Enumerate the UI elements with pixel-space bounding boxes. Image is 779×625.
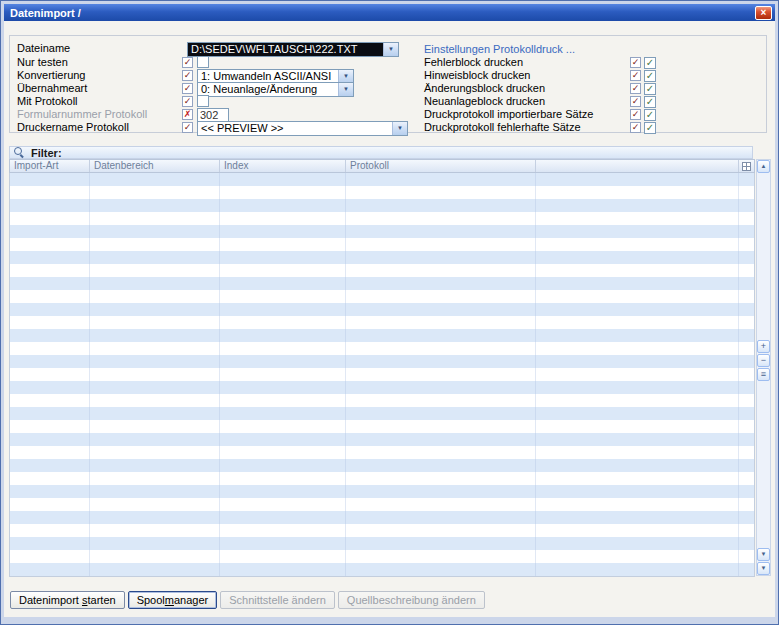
mit-protokoll-checkbox[interactable]: [197, 95, 209, 107]
table-row[interactable]: [10, 433, 754, 446]
table-row[interactable]: [10, 238, 754, 251]
table-row[interactable]: [10, 186, 754, 199]
table-row[interactable]: [10, 407, 754, 420]
vertical-scrollbar[interactable]: ▲ + − ≡ ▼ ▼: [756, 159, 771, 576]
field-marker-icon[interactable]: ✗: [182, 109, 193, 120]
field-marker-icon[interactable]: ✓: [182, 96, 193, 107]
table-cell: [739, 264, 754, 277]
table-row[interactable]: [10, 446, 754, 459]
table-row[interactable]: [10, 472, 754, 485]
fehlerblock-checkbox[interactable]: ✓: [644, 57, 656, 69]
column-header-import-art[interactable]: Import-Art: [10, 160, 90, 172]
scroll-down-button[interactable]: ▼: [757, 548, 770, 561]
field-marker-icon[interactable]: ✓: [182, 57, 193, 68]
table-cell: [220, 251, 346, 264]
spoolmanager-button[interactable]: Spoolmanager: [128, 591, 218, 609]
table-row[interactable]: [10, 381, 754, 394]
protokolldruck-row: Druckprotokoll importierbare Sätze ✓ ✓: [424, 108, 656, 121]
table-row[interactable]: [10, 550, 754, 563]
table-body[interactable]: [9, 173, 755, 577]
dateiname-dropdown-button[interactable]: ▼: [383, 43, 398, 56]
close-button[interactable]: ×: [755, 6, 772, 20]
list-options-button[interactable]: ≡: [757, 368, 770, 381]
table-cell: [346, 173, 536, 186]
table-cell: [346, 511, 536, 524]
table-row[interactable]: [10, 511, 754, 524]
column-header-datenbereich[interactable]: Datenbereich: [90, 160, 220, 172]
table-row[interactable]: [10, 459, 754, 472]
dateiname-combobox[interactable]: D:\SEDEV\WFLTAUSCH\222.TXT ▼: [187, 42, 399, 57]
table-cell: [536, 290, 739, 303]
table-cell: [220, 264, 346, 277]
table-row[interactable]: [10, 290, 754, 303]
table-cell: [10, 290, 90, 303]
field-marker-icon[interactable]: ✓: [182, 70, 193, 81]
table-cell: [90, 524, 220, 537]
table-cell: [346, 212, 536, 225]
table-row[interactable]: [10, 277, 754, 290]
table-cell: [536, 550, 739, 563]
druckername-dropdown-button[interactable]: ▼: [392, 122, 407, 135]
protokolldruck-section: Einstellungen Protokolldruck ... Fehlerb…: [414, 36, 664, 132]
table-row[interactable]: [10, 251, 754, 264]
field-marker-icon[interactable]: ✓: [630, 96, 641, 107]
column-chooser-button[interactable]: [739, 160, 754, 172]
field-marker-icon[interactable]: ✓: [630, 83, 641, 94]
table-row[interactable]: [10, 563, 754, 576]
table-row[interactable]: [10, 498, 754, 511]
fehlerhafte-saetze-checkbox[interactable]: ✓: [644, 122, 656, 134]
table-row[interactable]: [10, 420, 754, 433]
nur-testen-checkbox[interactable]: [197, 56, 209, 68]
scroll-end-button[interactable]: ▼: [757, 562, 770, 575]
table-row[interactable]: [10, 316, 754, 329]
table-row[interactable]: [10, 394, 754, 407]
table-cell: [220, 433, 346, 446]
table-cell: [90, 212, 220, 225]
table-row[interactable]: [10, 368, 754, 381]
filter-bar[interactable]: Filter:: [9, 146, 753, 159]
table-row[interactable]: [10, 173, 754, 186]
table-cell: [739, 420, 754, 433]
check-icon: ✓: [646, 122, 654, 133]
table-row[interactable]: [10, 355, 754, 368]
neuanlageblock-checkbox[interactable]: ✓: [644, 96, 656, 108]
hinweisblock-checkbox[interactable]: ✓: [644, 70, 656, 82]
druckername-combobox[interactable]: << PREVIEW >> ▼: [197, 121, 408, 136]
column-header-index[interactable]: Index: [220, 160, 346, 172]
table-cell: [739, 303, 754, 316]
field-marker-icon[interactable]: ✓: [182, 122, 193, 133]
column-header-protokoll[interactable]: Protokoll: [346, 160, 536, 172]
table-cell: [739, 277, 754, 290]
table-row[interactable]: [10, 212, 754, 225]
column-header-empty[interactable]: [536, 160, 739, 172]
table-row[interactable]: [10, 329, 754, 342]
table-row[interactable]: [10, 524, 754, 537]
formularnummer-label: Formularnummer Protokoll: [17, 108, 147, 121]
importierbare-saetze-checkbox[interactable]: ✓: [644, 109, 656, 121]
table-cell: [90, 316, 220, 329]
scroll-up-button[interactable]: ▲: [757, 160, 770, 173]
table-cell: [220, 407, 346, 420]
grid-icon: [742, 162, 751, 171]
table-cell: [346, 550, 536, 563]
protokolldruck-header-link[interactable]: Einstellungen Protokolldruck ...: [424, 43, 575, 55]
table-row[interactable]: [10, 537, 754, 550]
table-row[interactable]: [10, 342, 754, 355]
field-marker-icon[interactable]: ✓: [630, 57, 641, 68]
datenimport-starten-button[interactable]: Datenimport starten: [10, 591, 125, 609]
table-row[interactable]: [10, 485, 754, 498]
table-row[interactable]: [10, 264, 754, 277]
table-row[interactable]: [10, 225, 754, 238]
field-marker-icon[interactable]: ✓: [182, 83, 193, 94]
field-marker-icon[interactable]: ✓: [630, 70, 641, 81]
zoom-out-button[interactable]: −: [757, 354, 770, 367]
field-marker-icon[interactable]: ✓: [630, 109, 641, 120]
table-cell: [346, 290, 536, 303]
field-marker-icon[interactable]: ✓: [630, 122, 641, 133]
title-bar[interactable]: Datenimport / ×: [4, 4, 775, 21]
zoom-in-button[interactable]: +: [757, 340, 770, 353]
aenderungsblock-checkbox[interactable]: ✓: [644, 83, 656, 95]
table-cell: [536, 472, 739, 485]
table-row[interactable]: [10, 199, 754, 212]
table-row[interactable]: [10, 303, 754, 316]
